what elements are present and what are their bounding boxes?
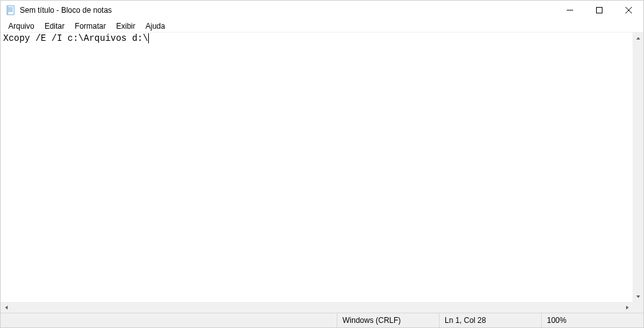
status-position-text: Ln 1, Col 28 [445,316,486,325]
notepad-window: Sem título - Bloco de notas Arquivo Edit… [0,0,644,328]
menu-exibir[interactable]: Exibir [111,20,141,32]
scroll-left-button[interactable] [1,302,12,313]
minimize-button[interactable] [555,1,585,20]
menubar: Arquivo Editar Formatar Exibir Ajuda [1,20,643,33]
horizontal-scrollbar[interactable] [1,302,632,313]
notepad-icon [6,5,16,15]
status-filler [1,313,337,327]
svg-marker-13 [626,306,629,309]
status-zoom: 100% [541,313,643,327]
titlebar[interactable]: Sem título - Bloco de notas [1,1,643,20]
window-controls [555,1,643,20]
text-editor[interactable]: Xcopy /E /I c:\Arquivos d:\ [1,33,632,302]
text-caret [148,33,149,43]
scroll-up-button[interactable] [632,33,643,43]
close-button[interactable] [614,1,643,20]
status-eol: Windows (CRLF) [337,313,439,327]
statusbar: Windows (CRLF) Ln 1, Col 28 100% [1,313,643,327]
svg-marker-11 [636,295,640,298]
svg-marker-12 [5,306,8,309]
status-position: Ln 1, Col 28 [439,313,541,327]
menu-ajuda[interactable]: Ajuda [141,20,171,32]
svg-marker-10 [636,37,640,40]
status-eol-text: Windows (CRLF) [342,316,401,325]
scroll-down-button[interactable] [632,291,643,302]
menu-arquivo[interactable]: Arquivo [3,20,40,32]
svg-rect-5 [7,6,8,15]
scrollbar-corner [632,302,643,313]
editor-area: Xcopy /E /I c:\Arquivos d:\ [1,33,643,313]
scroll-right-button[interactable] [622,302,632,313]
maximize-button[interactable] [585,1,614,20]
status-zoom-text: 100% [547,316,567,325]
svg-rect-7 [597,8,602,13]
vertical-scrollbar[interactable] [632,33,643,302]
menu-editar[interactable]: Editar [40,20,70,32]
window-title: Sem título - Bloco de notas [20,6,112,15]
editor-content: Xcopy /E /I c:\Arquivos d:\ [3,33,148,43]
menu-formatar[interactable]: Formatar [70,20,111,32]
